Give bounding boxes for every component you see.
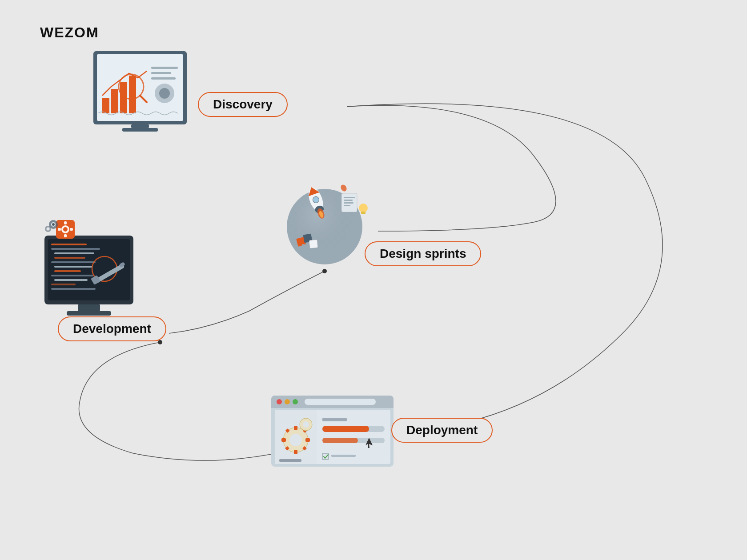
svg-rect-7 xyxy=(129,76,136,113)
svg-rect-46 xyxy=(51,275,93,276)
svg-rect-92 xyxy=(322,426,369,432)
svg-rect-15 xyxy=(131,124,149,128)
svg-point-78 xyxy=(289,434,302,446)
svg-rect-51 xyxy=(67,311,111,316)
svg-rect-39 xyxy=(51,244,87,245)
svg-point-72 xyxy=(285,399,290,404)
discovery-pill: Discovery xyxy=(198,92,288,117)
svg-rect-40 xyxy=(51,248,100,250)
svg-rect-81 xyxy=(281,438,286,442)
svg-rect-41 xyxy=(54,252,94,254)
svg-rect-97 xyxy=(331,455,356,457)
svg-point-67 xyxy=(47,228,50,231)
svg-rect-79 xyxy=(294,426,297,430)
svg-rect-62 xyxy=(70,228,73,231)
deployment-label: Deployment xyxy=(406,423,478,437)
design-sprints-pill: Design sprints xyxy=(365,241,481,266)
svg-point-88 xyxy=(303,421,309,428)
svg-rect-61 xyxy=(58,228,61,231)
deployment-illustration xyxy=(271,396,396,469)
svg-rect-33 xyxy=(344,205,350,206)
svg-rect-11 xyxy=(151,72,171,74)
svg-rect-48 xyxy=(51,284,76,285)
svg-rect-80 xyxy=(294,450,297,454)
svg-rect-4 xyxy=(102,98,109,113)
svg-rect-89 xyxy=(279,459,301,462)
development-pill: Development xyxy=(58,316,166,341)
svg-rect-50 xyxy=(78,304,100,311)
svg-point-36 xyxy=(340,184,348,192)
deployment-pill: Deployment xyxy=(391,418,493,443)
svg-rect-28 xyxy=(301,244,310,253)
svg-rect-35 xyxy=(361,212,365,214)
svg-point-71 xyxy=(277,399,282,404)
svg-rect-47 xyxy=(54,279,88,281)
svg-point-34 xyxy=(359,204,368,212)
svg-rect-82 xyxy=(305,438,310,442)
svg-rect-59 xyxy=(64,221,67,224)
svg-rect-74 xyxy=(305,399,376,405)
logo: WEZOM xyxy=(40,24,99,41)
svg-rect-30 xyxy=(344,197,355,198)
svg-rect-60 xyxy=(64,234,67,237)
svg-rect-10 xyxy=(151,67,178,69)
svg-rect-49 xyxy=(51,288,96,290)
svg-rect-16 xyxy=(122,128,158,132)
svg-point-58 xyxy=(63,227,68,232)
logo-text: WEZOM xyxy=(40,24,99,40)
svg-rect-90 xyxy=(322,418,347,421)
development-label: Development xyxy=(73,322,151,336)
svg-point-9 xyxy=(159,88,170,99)
svg-rect-27 xyxy=(309,240,318,248)
svg-rect-45 xyxy=(54,270,81,272)
development-illustration xyxy=(27,218,151,333)
svg-rect-42 xyxy=(54,257,85,259)
discovery-label: Discovery xyxy=(213,97,273,111)
svg-rect-43 xyxy=(51,261,96,263)
svg-rect-12 xyxy=(151,77,176,80)
design-sprints-illustration xyxy=(276,169,378,271)
svg-rect-44 xyxy=(54,266,92,268)
discovery-illustration xyxy=(89,49,191,136)
svg-point-65 xyxy=(52,223,55,226)
svg-rect-94 xyxy=(322,438,358,443)
svg-rect-5 xyxy=(111,89,118,113)
svg-point-73 xyxy=(293,399,298,404)
svg-rect-31 xyxy=(344,200,353,201)
svg-point-1 xyxy=(158,340,162,344)
design-sprints-label: Design sprints xyxy=(380,247,466,260)
svg-rect-32 xyxy=(344,202,353,204)
